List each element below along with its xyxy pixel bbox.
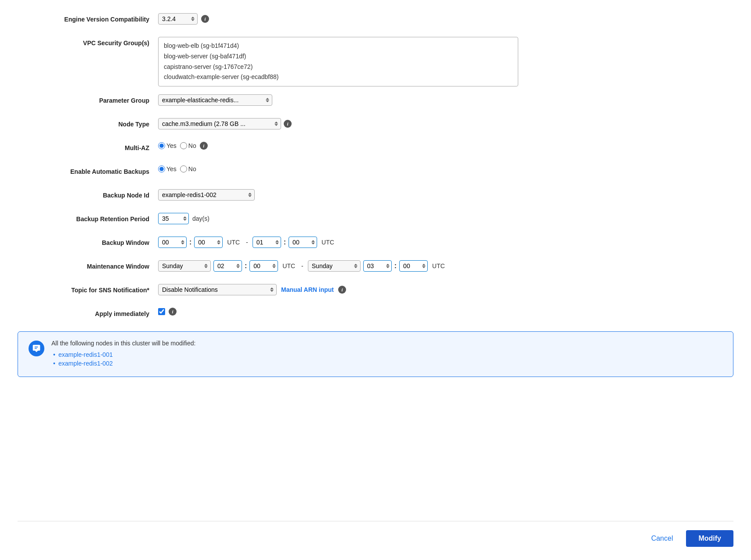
multi-az-label: Multi-AZ xyxy=(18,142,158,151)
sns-notification-label: Topic for SNS Notification* xyxy=(18,284,158,294)
automatic-backups-row: Enable Automatic Backups Yes No xyxy=(18,165,733,181)
engine-version-info-icon[interactable]: i xyxy=(201,15,209,23)
vpc-security-groups-box: blog-web-elb (sg-b1f471d4) blog-web-serv… xyxy=(158,37,518,86)
node-type-select[interactable]: cache.m3.medium (2.78 GB ... xyxy=(158,118,281,129)
maint-utc2: UTC xyxy=(432,262,445,269)
vpc-security-groups-label: VPC Security Group(s) xyxy=(18,37,158,47)
backup-node-id-row: Backup Node Id example-redis1-002 xyxy=(18,189,733,205)
node-type-info-icon[interactable]: i xyxy=(284,120,292,128)
maint-colon2: : xyxy=(394,262,397,270)
node-type-label: Node Type xyxy=(18,118,158,128)
engine-version-select[interactable]: 3.2.4 xyxy=(158,13,198,25)
backup-node-id-select[interactable]: example-redis1-002 xyxy=(158,189,255,201)
backup-window-start-hour[interactable]: 00010203 xyxy=(158,237,187,248)
maintenance-end-day[interactable]: SundayMondayTuesdayWednesday ThursdayFri… xyxy=(308,260,361,272)
apply-immediately-info-icon[interactable]: i xyxy=(169,308,177,316)
multi-az-row: Multi-AZ Yes No i xyxy=(18,142,733,158)
node-type-row: Node Type cache.m3.medium (2.78 GB ... i xyxy=(18,118,733,134)
manual-arn-link[interactable]: Manual ARN input xyxy=(281,286,334,293)
apply-immediately-row: Apply immediately i xyxy=(18,308,733,323)
maint-dash: - xyxy=(301,262,303,269)
maint-colon1: : xyxy=(245,262,247,270)
backup-window-utc1: UTC xyxy=(227,239,240,246)
maintenance-end-hour[interactable]: 03000102 xyxy=(363,260,392,272)
notification-content: All the following nodes in this cluster … xyxy=(51,340,195,369)
multi-az-yes-radio[interactable] xyxy=(158,142,165,149)
backup-retention-label: Backup Retention Period xyxy=(18,213,158,223)
maintenance-start-hour[interactable]: 02000103 xyxy=(213,260,242,272)
parameter-group-label: Parameter Group xyxy=(18,94,158,104)
multi-az-no-radio[interactable] xyxy=(180,142,187,149)
apply-immediately-label: Apply immediately xyxy=(18,308,158,317)
engine-version-row: Engine Version Compatibility 3.2.4 i xyxy=(18,13,733,29)
automatic-backups-label: Enable Automatic Backups xyxy=(18,165,158,175)
maint-utc1: UTC xyxy=(282,262,295,269)
multi-az-no-label[interactable]: No xyxy=(180,142,196,149)
backup-node-id-label: Backup Node Id xyxy=(18,189,158,199)
backup-window-row: Backup Window 00010203 : 00153045 UTC - … xyxy=(18,237,733,252)
engine-version-label: Engine Version Compatibility xyxy=(18,13,158,23)
vpc-sg-item-1: blog-web-elb (sg-b1f471d4) xyxy=(164,41,513,51)
vpc-sg-item-3: capistrano-server (sg-1767ce72) xyxy=(164,62,513,72)
backup-window-dash: - xyxy=(246,239,248,246)
apply-immediately-checkbox[interactable] xyxy=(158,308,165,315)
backup-window-utc2: UTC xyxy=(321,239,334,246)
notification-nodes-list: example-redis1-001 example-redis1-002 xyxy=(51,351,195,367)
backup-window-colon2: : xyxy=(284,238,286,246)
backup-window-end-min[interactable]: 00153045 xyxy=(289,237,317,248)
vpc-sg-item-2: blog-web-server (sg-baf471df) xyxy=(164,51,513,62)
sns-notification-select[interactable]: Disable Notifications xyxy=(158,284,277,295)
notification-message: All the following nodes in this cluster … xyxy=(51,340,195,347)
notification-box: All the following nodes in this cluster … xyxy=(18,331,733,377)
multi-az-yes-label[interactable]: Yes xyxy=(158,142,177,149)
maintenance-start-min[interactable]: 00153045 xyxy=(249,260,278,272)
days-label: day(s) xyxy=(192,215,209,222)
maintenance-window-label: Maintenance Window xyxy=(18,260,158,270)
vpc-security-groups-row: VPC Security Group(s) blog-web-elb (sg-b… xyxy=(18,37,733,86)
auto-backup-yes-label[interactable]: Yes xyxy=(158,165,177,172)
sns-notification-row: Topic for SNS Notification* Disable Noti… xyxy=(18,284,733,300)
footer-buttons: Cancel Modify xyxy=(18,530,733,547)
maintenance-window-row: Maintenance Window SundayMondayTuesdayWe… xyxy=(18,260,733,276)
multi-az-info-icon[interactable]: i xyxy=(200,142,208,150)
parameter-group-row: Parameter Group example-elasticache-redi… xyxy=(18,94,733,110)
maintenance-end-min[interactable]: 00153045 xyxy=(399,260,428,272)
backup-window-label: Backup Window xyxy=(18,237,158,246)
backup-window-start-min[interactable]: 00153045 xyxy=(194,237,223,248)
auto-backup-no-radio[interactable] xyxy=(180,165,187,172)
backup-retention-row: Backup Retention Period 35 17142128 day(… xyxy=(18,213,733,229)
backup-window-colon1: : xyxy=(189,238,191,246)
footer-divider xyxy=(18,521,733,521)
auto-backup-no-label[interactable]: No xyxy=(180,165,196,172)
backup-window-end-hour[interactable]: 01000203 xyxy=(253,237,281,248)
cancel-button[interactable]: Cancel xyxy=(644,531,680,546)
chat-icon xyxy=(29,341,44,356)
notification-node-1: example-redis1-001 xyxy=(51,351,195,358)
parameter-group-select[interactable]: example-elasticache-redis... xyxy=(158,94,272,106)
sns-info-icon[interactable]: i xyxy=(338,286,346,294)
notification-node-2: example-redis1-002 xyxy=(51,360,195,367)
auto-backup-yes-radio[interactable] xyxy=(158,165,165,172)
backup-retention-select[interactable]: 35 17142128 xyxy=(158,213,189,224)
maintenance-start-day[interactable]: SundayMondayTuesdayWednesday ThursdayFri… xyxy=(158,260,211,272)
vpc-sg-item-4: cloudwatch-example-server (sg-ecadbf88) xyxy=(164,72,513,83)
modify-button[interactable]: Modify xyxy=(686,530,733,547)
